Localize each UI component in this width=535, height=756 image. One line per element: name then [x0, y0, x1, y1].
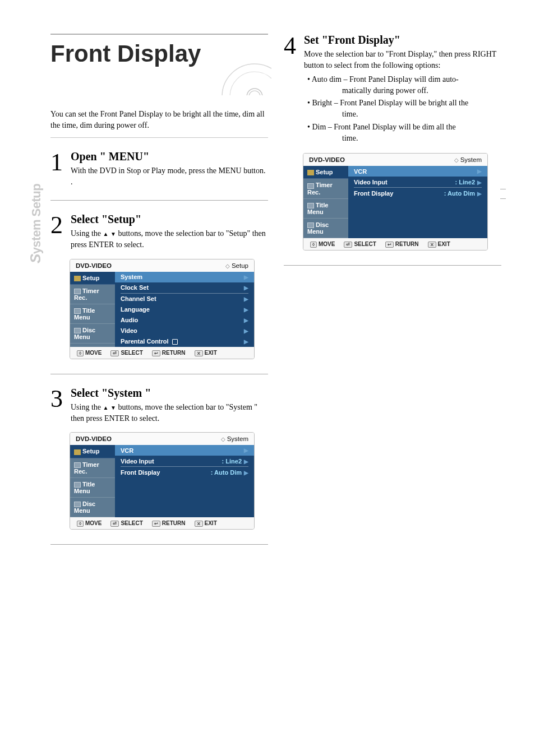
step-number: 4: [284, 34, 296, 145]
step-number: 1: [50, 150, 63, 188]
osd-footer: ◊MOVE ⏎SELECT ↩RETURN ⨯EXIT: [70, 517, 254, 529]
chevron-right-icon: ▶: [244, 296, 248, 302]
osd-tab-timer: Timer Rec.: [70, 458, 115, 478]
osd-item-vcr: VCR▶: [115, 445, 254, 456]
return-key-icon: ↩: [152, 521, 160, 527]
osd-left-tabs: Setup Timer Rec. Title Menu Disc Menu: [70, 272, 115, 347]
osd-device: DVD-VIDEO: [76, 262, 112, 269]
osd-footer: ◊MOVE ⏎SELECT ↩RETURN ⨯EXIT: [70, 347, 254, 359]
osd-item-video-input: Video Input: Line2▶: [115, 456, 254, 466]
step-title: Open " MENU": [71, 150, 268, 163]
right-column: 4 Set "Front Display" Move the selection…: [284, 34, 501, 549]
calendar-icon: [307, 183, 314, 189]
chevron-right-icon: ▶: [244, 317, 248, 323]
side-tab-system-setup: System Setup: [27, 184, 44, 263]
down-triangle-icon: [110, 403, 116, 411]
left-column: Front Display You can set the Front Pane…: [50, 34, 268, 549]
osd-setup-screenshot: DVD-VIDEOSetup Setup Timer Rec. Title Me…: [70, 259, 255, 359]
page-title-block: Front Display: [50, 34, 268, 93]
osd-item-video-input: Video Input: Line2▶: [348, 177, 487, 187]
title-icon: [74, 308, 81, 314]
up-triangle-icon: [103, 403, 109, 411]
step-1: 1 Open " MENU" With the DVD in Stop or P…: [50, 150, 268, 188]
lock-icon: [172, 339, 178, 345]
osd-crumb: System: [221, 435, 248, 442]
svg-point-1: [222, 64, 271, 95]
osd-tab-title: Title Menu: [70, 304, 115, 324]
divider: [50, 544, 268, 545]
gear-icon: [74, 276, 81, 281]
exit-key-icon: ⨯: [428, 242, 436, 248]
disc-menu-icon: [307, 222, 314, 228]
osd-left-tabs: Setup Timer Rec. Title Menu Disc Menu: [70, 445, 115, 517]
select-key-icon: ⏎: [110, 521, 119, 527]
osd-left-tabs: Setup Timer Rec. Title Menu Disc Menu: [303, 166, 348, 238]
step-2: 2 Select "Setup" Using the buttons, move…: [50, 213, 268, 251]
osd-system-screenshot: DVD-VIDEOSystem Setup Timer Rec. Title M…: [70, 432, 255, 529]
chevron-right-icon: ▶: [477, 179, 482, 185]
move-key-icon: ◊: [310, 242, 317, 248]
select-key-icon: ⏎: [110, 350, 119, 356]
svg-point-2: [230, 72, 271, 95]
divider: [284, 265, 501, 266]
page-notch: [500, 189, 506, 199]
osd-tab-timer: Timer Rec.: [303, 179, 348, 198]
title-icon: [74, 482, 81, 488]
divider: [50, 137, 268, 138]
step-title: Select "System ": [71, 387, 268, 400]
return-key-icon: ↩: [152, 350, 160, 356]
step-text: Using the buttons, move the selection ba…: [71, 402, 268, 425]
exit-key-icon: ⨯: [195, 521, 203, 527]
osd-tab-title: Title Menu: [303, 199, 348, 219]
osd-menu-list: System▶ Clock Set▶ Channel Set▶ Language…: [115, 272, 254, 347]
osd-front-display-screenshot: DVD-VIDEOSystem Setup Timer Rec. Title M…: [303, 153, 488, 250]
osd-item: Video▶: [115, 326, 254, 336]
chevron-right-icon: ▶: [244, 274, 248, 280]
chevron-right-icon: ▶: [244, 447, 248, 453]
chevron-right-icon: ▶: [244, 470, 248, 476]
osd-tab-setup: Setup: [303, 166, 348, 179]
osd-item: Language▶: [115, 304, 254, 315]
osd-tab-disc: Disc Menu: [70, 324, 115, 344]
osd-tab-disc: Disc Menu: [303, 219, 348, 238]
disc-icon: [210, 56, 271, 95]
step-4: 4 Set "Front Display" Move the selection…: [284, 34, 501, 145]
osd-item: Audio▶: [115, 315, 254, 326]
step-text: Using the buttons, move the selection ba…: [71, 228, 268, 251]
chevron-right-icon: ▶: [477, 191, 482, 197]
osd-crumb: Setup: [225, 262, 248, 269]
chevron-right-icon: ▶: [244, 307, 248, 313]
chevron-right-icon: ▶: [244, 338, 248, 345]
gear-icon: [307, 170, 314, 175]
move-key-icon: ◊: [77, 521, 84, 527]
osd-footer: ◊MOVE ⏎SELECT ↩RETURN ⨯EXIT: [303, 238, 487, 250]
up-triangle-icon: [103, 229, 109, 238]
intro-text: You can set the Front Panel Display to b…: [50, 109, 268, 132]
osd-tab-timer: Timer Rec.: [70, 285, 115, 304]
osd-item-vcr: VCR▶: [348, 166, 487, 177]
svg-point-4: [249, 91, 260, 95]
gear-icon: [74, 449, 81, 455]
osd-item: Clock Set▶: [115, 282, 254, 293]
exit-key-icon: ⨯: [195, 350, 203, 356]
down-triangle-icon: [110, 229, 116, 238]
step-3: 3 Select "System " Using the buttons, mo…: [50, 387, 268, 425]
divider: [50, 374, 268, 374]
return-key-icon: ↩: [385, 242, 394, 248]
osd-tab-setup: Setup: [70, 445, 115, 458]
disc-menu-icon: [74, 328, 81, 333]
chevron-right-icon: ▶: [244, 285, 248, 291]
osd-device: DVD-VIDEO: [76, 435, 112, 442]
step-text: With the DVD in Stop or Play mode, press…: [71, 165, 268, 188]
step-number: 2: [50, 213, 63, 251]
osd-device: DVD-VIDEO: [309, 156, 345, 163]
step-title: Set "Front Display": [304, 34, 501, 47]
osd-item: Parental Control▶: [115, 336, 254, 347]
calendar-icon: [74, 289, 81, 294]
chevron-right-icon: ▶: [244, 328, 248, 334]
osd-item-front-display: Front Display: Auto Dim▶: [348, 188, 487, 198]
osd-tab-setup: Setup: [70, 272, 115, 285]
move-key-icon: ◊: [77, 350, 84, 356]
osd-tab-title: Title Menu: [70, 478, 115, 498]
chevron-right-icon: ▶: [244, 458, 248, 465]
